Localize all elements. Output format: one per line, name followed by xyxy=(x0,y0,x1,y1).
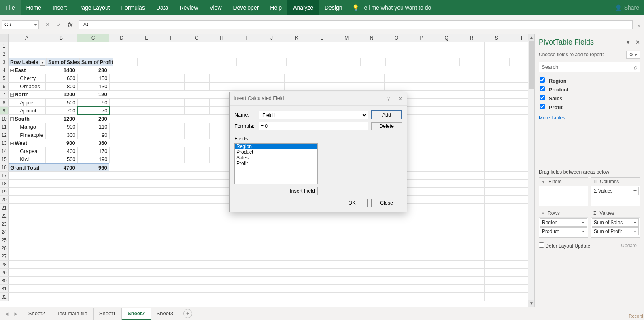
cell[interactable] xyxy=(134,66,159,74)
cell[interactable] xyxy=(459,293,485,301)
cell[interactable] xyxy=(134,244,159,252)
cell[interactable] xyxy=(284,212,309,220)
cell[interactable] xyxy=(159,50,184,58)
cell[interactable] xyxy=(109,285,134,292)
cell[interactable] xyxy=(409,99,434,106)
row-header-16[interactable]: 16 xyxy=(0,163,9,171)
cell[interactable] xyxy=(459,172,485,179)
column-header-F[interactable]: F xyxy=(159,34,185,42)
cell[interactable] xyxy=(384,236,409,244)
cell[interactable] xyxy=(259,74,285,82)
cell[interactable]: 960 xyxy=(77,163,109,171)
cell[interactable] xyxy=(109,244,134,252)
cell[interactable] xyxy=(384,252,409,260)
cell[interactable] xyxy=(159,277,184,284)
cell[interactable] xyxy=(110,107,135,114)
cell[interactable] xyxy=(434,42,459,50)
row-header-8[interactable]: 8 xyxy=(0,99,9,106)
cell[interactable] xyxy=(434,277,459,284)
cell[interactable] xyxy=(109,115,134,123)
cell[interactable] xyxy=(309,66,334,74)
cell[interactable] xyxy=(409,155,434,163)
cell[interactable] xyxy=(134,163,159,171)
cell[interactable] xyxy=(45,277,77,284)
cell[interactable] xyxy=(159,83,185,90)
cell[interactable] xyxy=(485,91,510,98)
cell[interactable] xyxy=(434,91,459,98)
cell[interactable] xyxy=(459,269,485,276)
cell[interactable] xyxy=(485,236,510,244)
cell[interactable] xyxy=(359,277,385,284)
cell[interactable] xyxy=(284,269,309,276)
select-all-corner[interactable] xyxy=(0,34,9,42)
cell[interactable] xyxy=(259,277,285,284)
cell[interactable] xyxy=(334,285,359,292)
vertical-scrollbar[interactable]: ▲ ▼ xyxy=(528,34,534,307)
column-header-I[interactable]: I xyxy=(234,34,259,42)
row-header-29[interactable]: 29 xyxy=(0,269,9,276)
cell[interactable] xyxy=(45,228,77,236)
cell[interactable] xyxy=(359,66,385,74)
cell[interactable] xyxy=(185,83,210,90)
cell[interactable] xyxy=(459,50,485,58)
cell[interactable]: 700 xyxy=(46,107,78,114)
sheet-tab-sheet3[interactable]: Sheet3 xyxy=(151,308,179,320)
cell[interactable] xyxy=(409,50,434,58)
tab-review[interactable]: Review xyxy=(174,0,204,15)
cell[interactable] xyxy=(309,269,334,276)
cell[interactable] xyxy=(359,261,385,268)
cell[interactable] xyxy=(485,66,510,74)
row-header-10[interactable]: 10 xyxy=(0,115,9,123)
cell[interactable] xyxy=(284,285,309,292)
field-checkbox-product[interactable]: Product xyxy=(539,85,640,94)
cell[interactable] xyxy=(77,285,109,292)
cell[interactable] xyxy=(259,220,285,228)
cell[interactable] xyxy=(359,244,385,252)
cell[interactable] xyxy=(386,58,410,66)
cell[interactable] xyxy=(434,204,459,212)
cell[interactable]: Grapea xyxy=(9,147,45,155)
collapse-icon[interactable]: − xyxy=(10,93,14,97)
cell[interactable] xyxy=(45,50,77,58)
cell[interactable] xyxy=(334,83,359,90)
cell[interactable] xyxy=(159,99,185,106)
cell[interactable] xyxy=(109,204,134,212)
cell[interactable] xyxy=(159,244,184,252)
filters-area[interactable]: Filters xyxy=(539,177,588,206)
cell[interactable] xyxy=(77,293,109,301)
cell[interactable] xyxy=(485,228,510,236)
row-header-13[interactable]: 13 xyxy=(0,139,9,147)
cell[interactable] xyxy=(459,83,485,90)
cell[interactable] xyxy=(109,212,134,220)
cell[interactable] xyxy=(209,269,234,276)
cell[interactable] xyxy=(259,244,285,252)
cell[interactable] xyxy=(9,228,45,236)
cell[interactable] xyxy=(259,285,285,292)
cell[interactable] xyxy=(409,244,434,252)
row-header-1[interactable]: 1 xyxy=(0,42,9,50)
cell[interactable] xyxy=(45,220,77,228)
cell[interactable] xyxy=(459,244,485,252)
row-header-21[interactable]: 21 xyxy=(0,204,9,212)
cell[interactable] xyxy=(459,155,485,163)
cell[interactable] xyxy=(234,277,259,284)
column-header-M[interactable]: M xyxy=(334,34,359,42)
cell[interactable] xyxy=(234,285,259,292)
cell[interactable] xyxy=(9,42,45,50)
cell[interactable] xyxy=(485,244,510,252)
cell[interactable] xyxy=(185,123,210,131)
row-header-31[interactable]: 31 xyxy=(0,285,9,292)
cell[interactable] xyxy=(185,99,210,106)
cell[interactable] xyxy=(359,42,385,50)
cell[interactable] xyxy=(384,220,409,228)
cell[interactable] xyxy=(185,131,210,139)
cell[interactable] xyxy=(110,74,135,82)
cell[interactable] xyxy=(234,261,259,268)
row-header-14[interactable]: 14 xyxy=(0,147,9,155)
fx-icon[interactable]: fx xyxy=(68,21,72,28)
cell[interactable] xyxy=(110,83,135,90)
cell[interactable] xyxy=(459,147,485,155)
cell[interactable] xyxy=(45,244,77,252)
cell[interactable] xyxy=(210,74,235,82)
tab-view[interactable]: View xyxy=(204,0,227,15)
